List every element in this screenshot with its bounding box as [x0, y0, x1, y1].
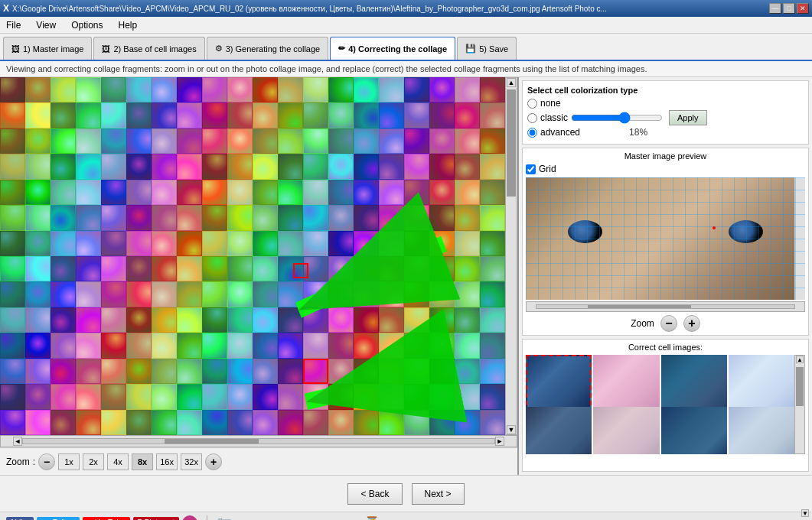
- master-image-icon: 🖼: [11, 44, 20, 54]
- instagram-button[interactable]: 📷: [182, 515, 197, 521]
- menubar: File View Options Help: [0, 17, 812, 34]
- collage-area: ▲ ▼ ◄ ► Zoom : − 1x 2x 4x 8x 16x 32x +: [0, 77, 519, 475]
- tab-generating-collage[interactable]: ⚙ 3) Generating the collage: [207, 37, 329, 60]
- preview-hscroll-thumb[interactable]: [588, 305, 691, 308]
- zoom-colon: :: [33, 457, 35, 467]
- titlebar-controls: — □ ✕: [769, 3, 809, 14]
- advanced-radio[interactable]: [527, 128, 537, 138]
- right-panel: Select cell colorization type none class…: [519, 77, 812, 475]
- main-content: ▲ ▼ ◄ ► Zoom : − 1x 2x 4x 8x 16x 32x +: [0, 77, 812, 475]
- titlebar-left: X X:\Google Drive\ArtensoftShare\Video_A…: [3, 3, 607, 14]
- minimize-button[interactable]: —: [769, 3, 781, 14]
- scroll-track[interactable]: [22, 438, 495, 444]
- statusbar: f Like 🐦 Follow ▶ YouTube P Pinterest 📷 …: [0, 512, 812, 520]
- scroll-right-arrow[interactable]: ►: [495, 437, 504, 446]
- grid-label: Grid: [539, 164, 556, 174]
- vertical-scroll-thumb[interactable]: [507, 89, 516, 197]
- preview-hscroll-track[interactable]: [536, 304, 795, 309]
- classic-option: classic Apply: [527, 110, 804, 125]
- images-grid: [526, 355, 794, 454]
- social-buttons: f Like 🐦 Follow ▶ YouTube P Pinterest 📷: [6, 515, 197, 521]
- scroll-thumb[interactable]: [165, 439, 259, 444]
- pinterest-button[interactable]: P Pinterest: [133, 517, 180, 520]
- cell-image-4[interactable]: [526, 407, 592, 454]
- zoom-2x-button[interactable]: 2x: [83, 453, 104, 470]
- generating-icon: ⚙: [215, 44, 223, 54]
- collage-viewport[interactable]: [0, 77, 505, 435]
- none-label: none: [540, 98, 561, 109]
- grid-checkbox[interactable]: [526, 164, 536, 174]
- zoom-4x-button[interactable]: 4x: [107, 453, 129, 470]
- save-icon: 💾: [465, 44, 476, 54]
- advanced-percent: 18%: [629, 127, 647, 138]
- scroll-down-arrow[interactable]: ▼: [507, 425, 516, 434]
- horizontal-scrollbar[interactable]: ◄ ►: [0, 435, 517, 447]
- close-button[interactable]: ✕: [797, 3, 809, 14]
- zoom-16x-button[interactable]: 16x: [156, 453, 178, 470]
- tab-base-cell-images[interactable]: 🖼 2) Base of cell images: [93, 37, 204, 60]
- correct-images-container: ▲ ▼: [526, 355, 805, 454]
- preview-section: Master image preview Grid: [522, 148, 809, 336]
- cell-image-5[interactable]: [593, 407, 659, 454]
- images-scroll-thumb[interactable]: [796, 367, 804, 406]
- camera-icon: 📷: [217, 515, 232, 520]
- images-vertical-scroll[interactable]: ▲ ▼: [794, 355, 805, 454]
- toolbar: 🖼 1) Master image 🖼 2) Base of cell imag…: [0, 34, 812, 61]
- facebook-like-button[interactable]: f Like: [6, 517, 34, 520]
- base-cell-icon: 🖼: [102, 44, 110, 54]
- images-scroll-up[interactable]: ▲: [796, 356, 804, 363]
- app-icon: X: [3, 3, 9, 14]
- menu-options[interactable]: Options: [68, 18, 106, 32]
- tab-save[interactable]: 💾 5) Save: [457, 37, 517, 60]
- collage-grid: [0, 77, 505, 435]
- none-radio[interactable]: [527, 99, 537, 109]
- zoom-minus-button[interactable]: −: [38, 453, 55, 470]
- navigation-bar: < Back Next >: [0, 475, 812, 512]
- menu-view[interactable]: View: [33, 18, 59, 32]
- preview-zoom-label: Zoom: [631, 318, 654, 329]
- tab-correcting-collage[interactable]: ✏ 4) Correcting the collage: [330, 37, 455, 60]
- selected-cell-highlight: [293, 263, 308, 278]
- cell-image-7[interactable]: [729, 407, 794, 454]
- preview-image: [526, 177, 805, 300]
- menu-help[interactable]: Help: [116, 18, 141, 32]
- colorization-section: Select cell colorization type none class…: [522, 80, 809, 145]
- scroll-left-arrow[interactable]: ◄: [13, 437, 22, 446]
- correct-images-title: Correct cell images:: [526, 343, 805, 352]
- grid-checkbox-row: Grid: [526, 164, 805, 174]
- zoom-32x-button[interactable]: 32x: [181, 453, 202, 470]
- spinner-icon: ⏳: [364, 515, 380, 520]
- window-title: X:\Google Drive\ArtensoftShare\Video_APC…: [12, 5, 607, 13]
- apply-button[interactable]: Apply: [669, 110, 707, 125]
- menu-file[interactable]: File: [3, 18, 24, 32]
- grid-overlay: [526, 177, 805, 300]
- maximize-button[interactable]: □: [783, 3, 795, 14]
- youtube-button[interactable]: ▶ YouTube: [83, 517, 130, 520]
- classic-label: classic: [540, 112, 568, 123]
- preview-zoom-minus[interactable]: −: [660, 315, 677, 332]
- colorization-title: Select cell colorization type: [527, 86, 804, 95]
- advanced-option: advanced 18%: [527, 127, 804, 138]
- scroll-up-arrow[interactable]: ▲: [507, 78, 516, 87]
- zoom-8x-button[interactable]: 8x: [132, 453, 153, 470]
- zoom-plus-button[interactable]: +: [205, 453, 222, 470]
- back-button[interactable]: < Back: [347, 483, 402, 505]
- preview-zoom-controls: Zoom − +: [526, 315, 805, 332]
- twitter-follow-button[interactable]: 🐦 Follow: [37, 517, 80, 520]
- classic-radio[interactable]: [527, 113, 537, 123]
- vertical-scrollbar[interactable]: ▲ ▼: [505, 77, 517, 435]
- next-button[interactable]: Next >: [412, 483, 465, 505]
- zoom-1x-button[interactable]: 1x: [58, 453, 80, 470]
- indexed-photos-status: 📷 Indexed photos (selected): 1130: [217, 515, 355, 520]
- advanced-label: advanced: [540, 127, 580, 138]
- zoom-label: Zoom: [6, 457, 30, 467]
- preview-horizontal-scroll[interactable]: [526, 301, 805, 312]
- preview-zoom-plus[interactable]: +: [683, 315, 700, 332]
- cell-image-6[interactable]: [661, 407, 727, 454]
- classic-slider[interactable]: [571, 112, 663, 124]
- tab-master-image[interactable]: 🖼 1) Master image: [3, 37, 92, 60]
- preview-image-container[interactable]: [526, 177, 805, 300]
- status-divider: [207, 515, 207, 521]
- correcting-icon: ✏: [338, 44, 345, 54]
- none-option: none: [527, 98, 804, 109]
